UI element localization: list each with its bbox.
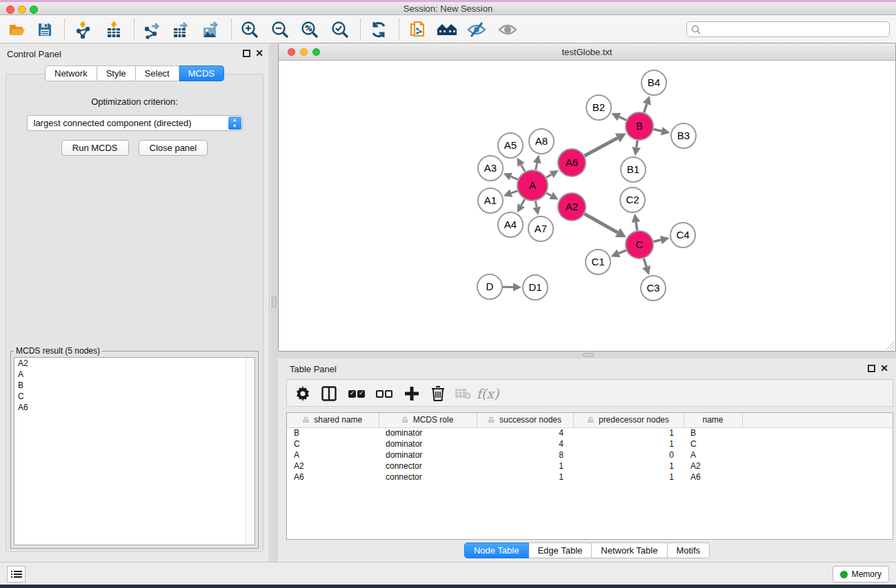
zoom-view-button[interactable] bbox=[312, 48, 320, 56]
resize-grip-icon[interactable] bbox=[886, 341, 895, 350]
close-panel-icon[interactable]: ✕ bbox=[255, 48, 263, 59]
run-mcds-button[interactable]: Run MCDS bbox=[61, 140, 129, 156]
tab-select[interactable]: Select bbox=[136, 65, 179, 81]
settings-gear-icon[interactable] bbox=[292, 383, 313, 404]
zoom-selected-icon[interactable] bbox=[330, 19, 350, 40]
table-cell[interactable]: A bbox=[287, 449, 379, 460]
function-builder-icon[interactable]: f(x) bbox=[477, 383, 498, 404]
edge-C-C4[interactable] bbox=[653, 240, 661, 241]
search-input[interactable] bbox=[701, 23, 889, 36]
import-table-icon[interactable] bbox=[103, 19, 124, 40]
network-graph[interactable]: B4B2BB3A5A8A6B1A3AC2A1A2A4A7C4CC1C3DD1 bbox=[279, 61, 895, 352]
mcds-list-scrollbar[interactable] bbox=[246, 358, 255, 545]
memory-button[interactable]: Memory bbox=[833, 566, 889, 582]
copy-network-icon[interactable] bbox=[408, 19, 428, 40]
table-cell[interactable]: dominator bbox=[379, 427, 477, 438]
tab-style[interactable]: Style bbox=[97, 65, 136, 81]
split-column-icon[interactable] bbox=[319, 383, 339, 404]
edge-C-C1[interactable] bbox=[619, 250, 626, 253]
task-history-button[interactable] bbox=[7, 566, 26, 582]
edge-A-A5[interactable] bbox=[521, 165, 524, 172]
mcds-result-item[interactable]: B bbox=[14, 380, 255, 391]
edge-C-C2[interactable] bbox=[636, 222, 637, 230]
table-cell[interactable]: A2 bbox=[287, 460, 379, 472]
table-cell[interactable]: C bbox=[684, 438, 742, 449]
table-cell[interactable]: 1 bbox=[573, 438, 684, 449]
zoom-window-button[interactable] bbox=[30, 6, 38, 14]
save-session-icon[interactable] bbox=[34, 19, 55, 40]
edge-A-A1[interactable] bbox=[511, 191, 517, 193]
network-canvas[interactable]: B4B2BB3A5A8A6B1A3AC2A1A2A4A7C4CC1C3DD1 bbox=[279, 61, 895, 351]
edge-A6-B[interactable] bbox=[584, 138, 617, 156]
table-tab-motifs[interactable]: Motifs bbox=[667, 543, 710, 558]
edge-B-B2[interactable] bbox=[619, 117, 626, 121]
table-cell[interactable]: B bbox=[287, 427, 379, 438]
table-row[interactable]: Adominator80A bbox=[287, 449, 893, 460]
column-header-name[interactable]: name bbox=[684, 413, 742, 427]
search-box[interactable] bbox=[686, 21, 890, 37]
table-cell[interactable]: A2 bbox=[684, 460, 742, 472]
table-cell[interactable]: A bbox=[684, 449, 742, 460]
table-cell[interactable]: 1 bbox=[477, 472, 573, 483]
table-tab-network-table[interactable]: Network Table bbox=[592, 543, 667, 558]
table-cell[interactable]: 1 bbox=[573, 472, 684, 483]
export-image-icon[interactable] bbox=[200, 19, 221, 40]
table-tab-node-table[interactable]: Node Table bbox=[464, 543, 529, 558]
table-cell[interactable]: 1 bbox=[477, 460, 573, 472]
close-view-button[interactable] bbox=[288, 48, 295, 56]
export-network-icon[interactable] bbox=[141, 19, 162, 40]
vertical-divider-grip[interactable] bbox=[272, 296, 277, 307]
tab-network[interactable]: Network bbox=[45, 65, 97, 81]
mcds-result-item[interactable]: C bbox=[14, 391, 255, 402]
edge-A-A8[interactable] bbox=[536, 163, 537, 170]
minimize-window-button[interactable] bbox=[18, 6, 26, 14]
edge-A-A2[interactable] bbox=[546, 193, 551, 196]
edge-B-B1[interactable] bbox=[637, 141, 637, 148]
edge-A-A6[interactable] bbox=[546, 174, 552, 177]
table-cell[interactable]: connector bbox=[379, 472, 477, 483]
export-table-icon[interactable] bbox=[170, 19, 191, 40]
table-cell[interactable]: dominator bbox=[379, 449, 477, 460]
tab-mcds[interactable]: MCDS bbox=[179, 65, 224, 81]
column-header-shared-name[interactable]: 品shared name bbox=[287, 413, 379, 427]
close-panel-button[interactable]: Close panel bbox=[139, 140, 208, 156]
column-header-predecessor-nodes[interactable]: 品predecessor nodes bbox=[573, 413, 684, 427]
import-network-icon[interactable] bbox=[73, 19, 94, 40]
edge-C-C3[interactable] bbox=[644, 258, 646, 267]
edge-A-A4[interactable] bbox=[521, 199, 525, 205]
open-file-icon[interactable] bbox=[7, 19, 28, 40]
table-tab-edge-table[interactable]: Edge Table bbox=[528, 543, 592, 558]
table-cell[interactable]: connector bbox=[379, 460, 477, 472]
table-cell[interactable]: 4 bbox=[477, 427, 573, 438]
delete-column-icon[interactable] bbox=[428, 383, 448, 404]
minimize-view-button[interactable] bbox=[300, 48, 308, 56]
table-row[interactable]: A6connector11A6 bbox=[287, 472, 893, 483]
table-cell[interactable]: B bbox=[684, 427, 742, 438]
zoom-out-icon[interactable] bbox=[270, 19, 290, 40]
table-row[interactable]: A2connector11A2 bbox=[287, 460, 893, 472]
close-table-panel-icon[interactable]: ✕ bbox=[880, 363, 888, 374]
criterion-select[interactable]: largest connected component (directed) ▲… bbox=[27, 115, 243, 131]
table-cell[interactable]: A6 bbox=[287, 472, 379, 483]
show-panel-eye-icon[interactable] bbox=[497, 19, 518, 40]
table-cell[interactable]: 1 bbox=[573, 427, 684, 438]
table-row[interactable]: Bdominator41B bbox=[287, 427, 893, 438]
deselect-all-columns-icon[interactable] bbox=[374, 383, 395, 404]
table-row[interactable]: Cdominator41C bbox=[287, 438, 893, 449]
delete-table-icon[interactable] bbox=[452, 383, 473, 404]
network-window-titlebar[interactable]: testGlobe.txt bbox=[279, 43, 895, 61]
table-cell[interactable]: C bbox=[287, 438, 379, 449]
horizontal-divider-grip[interactable] bbox=[583, 353, 594, 357]
table-cell[interactable]: 0 bbox=[573, 449, 684, 460]
edge-B-B4[interactable] bbox=[644, 104, 647, 112]
edge-A2-C[interactable] bbox=[584, 214, 617, 232]
edge-B-B3[interactable] bbox=[654, 129, 662, 131]
edge-A-A3[interactable] bbox=[511, 176, 518, 179]
table-cell[interactable]: 4 bbox=[477, 438, 573, 449]
table-cell[interactable]: A6 bbox=[684, 472, 742, 483]
float-table-panel-icon[interactable] bbox=[868, 365, 875, 372]
refresh-layout-icon[interactable] bbox=[368, 19, 389, 40]
mcds-result-item[interactable]: A bbox=[14, 369, 255, 380]
mcds-result-list[interactable]: A2ABCA6 bbox=[14, 357, 255, 545]
column-header-MCDS-role[interactable]: 品MCDS role bbox=[379, 413, 477, 427]
